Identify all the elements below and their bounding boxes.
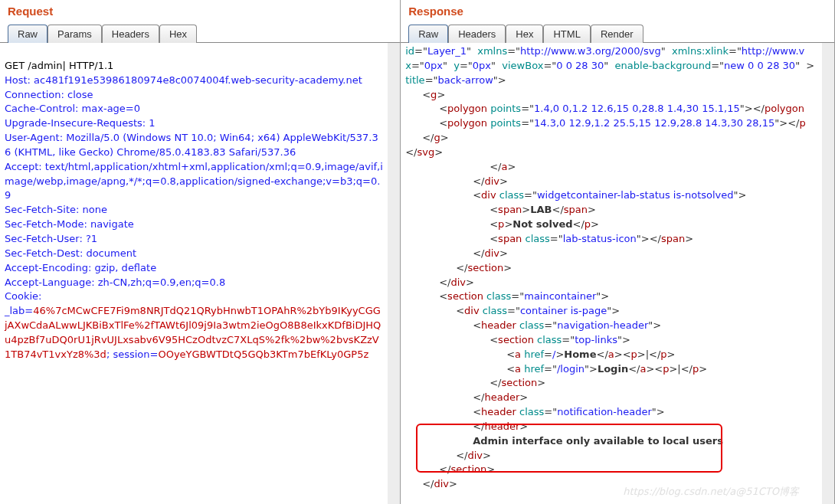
cookie-lab-name: _lab [5, 305, 25, 316]
section-close: </section> [405, 463, 817, 477]
tab-params[interactable]: Params [47, 25, 102, 43]
polygon2: <polygon points="14.3,0 12.9,1.2 25.5,15… [405, 116, 817, 131]
section-close: </section> [405, 261, 817, 276]
response-scroll-thumb[interactable] [823, 242, 833, 380]
request-title: Request [0, 0, 400, 21]
notif-header: <header class="notification-header"> [405, 405, 817, 420]
request-header: Host: ac481f191e53986180974e8c0074004f.w… [5, 74, 362, 86]
container-div: <div class="container is-page"> [405, 304, 817, 319]
tab-hex[interactable]: Hex [506, 25, 543, 43]
request-header: Cookie: [5, 290, 42, 302]
request-header: Sec-Fetch-User: ?1 [5, 233, 97, 244]
request-raw-content[interactable]: GET /admin| HTTP/1.1 Host: ac481f191e539… [0, 43, 400, 504]
response-scrollbar[interactable] [822, 43, 834, 504]
polygon1: <polygon points="1.4,0 0,1.2 12.6,15 0,2… [405, 102, 817, 116]
request-panel: Request Raw Params Headers Hex GET /admi… [0, 0, 401, 504]
response-raw-content[interactable]: id="Layer_1" xmlns="http://www.w3.org/20… [401, 43, 834, 504]
header-close: </header> [405, 391, 817, 405]
response-title: Response [401, 0, 834, 21]
request-header: Sec-Fetch-Dest: document [5, 247, 136, 259]
div-close: </div> [405, 175, 817, 189]
labicon-span: <span class="lab-status-icon"></span> [405, 232, 817, 247]
tab-headers[interactable]: Headers [448, 25, 506, 43]
request-header: Cache-Control: max-age=0 [5, 103, 140, 114]
watermark: https://blog.csdn.net/a@51CTO博客 [623, 485, 799, 499]
request-header: Sec-Fetch-Site: none [5, 204, 107, 215]
cookie-session-name: session [113, 349, 149, 360]
notsolved-p: <p>Not solved</p> [405, 218, 817, 232]
request-header: Accept: text/html,application/xhtml+xml,… [5, 161, 383, 201]
request-scroll-thumb[interactable] [388, 43, 399, 273]
response-tabbar: Raw Headers Hex HTML Render [401, 21, 834, 42]
tab-headers[interactable]: Headers [102, 25, 159, 43]
svg-row2: x="0px" y="0px" viewBox="0 0 28 30" enab… [405, 59, 817, 74]
div-close: </div> [405, 449, 817, 463]
lab-span: <span>LAB</span> [405, 203, 817, 218]
svg-title: title="back-arrow"> [405, 74, 817, 88]
request-scrollbar[interactable] [388, 43, 400, 504]
svg-open: id="Layer_1" xmlns="http://www.w3.org/20… [405, 44, 817, 59]
login-link: <a href="/login">Login</a><p>|</p> [405, 362, 817, 377]
tab-hex[interactable]: Hex [159, 25, 197, 43]
header-close: </header> [405, 420, 817, 434]
section-close: </section> [405, 376, 817, 391]
g-open: <g> [405, 88, 817, 103]
tab-render[interactable]: Render [591, 25, 643, 43]
a-close: </a> [405, 160, 817, 175]
tab-html[interactable]: HTML [543, 25, 590, 43]
cookie-session-value: OOyeYGBWTDtQ5GQb3KTm7bEfKLy0GP5z [158, 349, 368, 360]
request-header: Connection: close [5, 89, 93, 100]
tab-raw[interactable]: Raw [8, 25, 47, 43]
div-close: </div> [405, 247, 817, 261]
request-tabbar: Raw Params Headers Hex [0, 21, 400, 42]
main-section: <section class="maincontainer"> [405, 290, 817, 304]
svg-close: </svg> [405, 146, 817, 160]
request-header: Upgrade-Insecure-Requests: 1 [5, 117, 156, 129]
home-link: <a href=/>Home</a><p>|</p> [405, 348, 817, 362]
toplinks-section: <section class="top-links"> [405, 333, 817, 348]
request-header: User-Agent: Mozilla/5.0 (Windows NT 10.0… [5, 132, 378, 158]
g-close: </g> [405, 131, 817, 146]
tab-raw[interactable]: Raw [408, 25, 448, 43]
response-panel: Response Raw Headers Hex HTML Render id=… [401, 0, 835, 504]
request-line: GET /admin| HTTP/1.1 [5, 60, 113, 71]
request-header: Sec-Fetch-Mode: navigate [5, 218, 134, 230]
widget-div: <div class="widgetcontainer-lab-status i… [405, 188, 817, 203]
div-close: </div> [405, 276, 817, 290]
nav-header: <header class="navigation-header"> [405, 319, 817, 333]
request-header: Accept-Language: zh-CN,zh;q=0.9,en;q=0.8 [5, 277, 225, 288]
admin-message: Admin interface only available to local … [405, 434, 817, 449]
request-header: Accept-Encoding: gzip, deflate [5, 262, 156, 273]
